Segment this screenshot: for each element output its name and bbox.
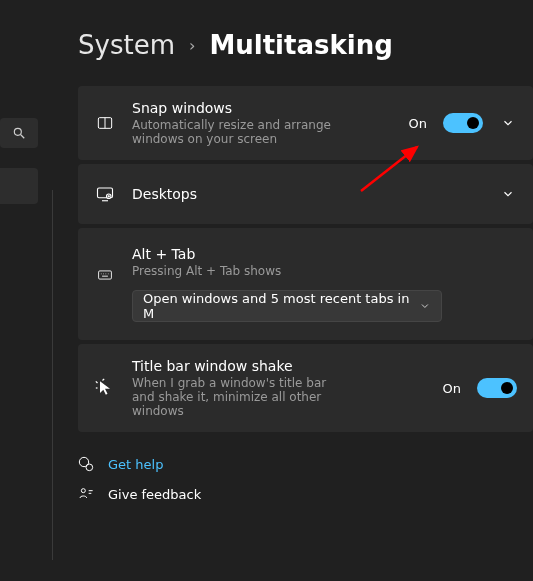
- svg-line-15: [96, 381, 98, 383]
- alt-tab-dropdown-value: Open windows and 5 most recent tabs in M: [143, 291, 419, 321]
- shake-toggle[interactable]: [477, 378, 517, 398]
- svg-point-19: [86, 464, 93, 471]
- breadcrumb: System › Multitasking: [78, 30, 533, 60]
- help-icon: [78, 456, 94, 472]
- shake-subtitle: When I grab a window's title bar and sha…: [132, 376, 352, 418]
- alt-tab-card: Alt + Tab Pressing Alt + Tab shows Open …: [78, 228, 533, 340]
- alt-tab-title: Alt + Tab: [132, 246, 517, 262]
- svg-line-17: [103, 379, 105, 381]
- chevron-right-icon: ›: [189, 36, 195, 55]
- search-icon: [12, 126, 26, 140]
- svg-rect-9: [99, 271, 112, 279]
- give-feedback-link[interactable]: Give feedback: [78, 486, 533, 502]
- alt-tab-dropdown[interactable]: Open windows and 5 most recent tabs in M: [132, 290, 442, 322]
- title-bar-shake-card: Title bar window shake When I grab a win…: [78, 344, 533, 432]
- alt-tab-subtitle: Pressing Alt + Tab shows: [132, 264, 517, 278]
- snap-windows-card[interactable]: Snap windows Automatically resize and ar…: [78, 86, 533, 160]
- get-help-label: Get help: [108, 457, 163, 472]
- page-title: Multitasking: [209, 30, 392, 60]
- keyboard-icon: [94, 268, 116, 282]
- feedback-icon: [78, 486, 94, 502]
- breadcrumb-parent[interactable]: System: [78, 30, 175, 60]
- desktops-icon: [95, 185, 115, 203]
- desktops-card[interactable]: Desktops: [78, 164, 533, 224]
- svg-line-1: [21, 135, 25, 139]
- desktops-title: Desktops: [132, 186, 483, 202]
- cursor-shake-icon: [95, 378, 115, 398]
- snap-state-label: On: [409, 116, 427, 131]
- expand-button[interactable]: [499, 187, 517, 201]
- snap-toggle[interactable]: [443, 113, 483, 133]
- svg-point-0: [14, 128, 21, 135]
- get-help-link[interactable]: Get help: [78, 456, 533, 472]
- shake-title: Title bar window shake: [132, 358, 427, 374]
- shake-state-label: On: [443, 381, 461, 396]
- snap-windows-icon: [95, 115, 115, 131]
- chevron-down-icon: [501, 116, 515, 130]
- snap-title: Snap windows: [132, 100, 393, 116]
- give-feedback-label: Give feedback: [108, 487, 201, 502]
- expand-button[interactable]: [499, 116, 517, 130]
- chevron-down-icon: [419, 300, 431, 312]
- snap-subtitle: Automatically resize and arrange windows…: [132, 118, 332, 146]
- nav-item-selected[interactable]: [0, 168, 38, 204]
- content-divider: [52, 190, 53, 560]
- svg-point-20: [81, 489, 85, 493]
- chevron-down-icon: [501, 187, 515, 201]
- search-icon-button[interactable]: [0, 118, 38, 148]
